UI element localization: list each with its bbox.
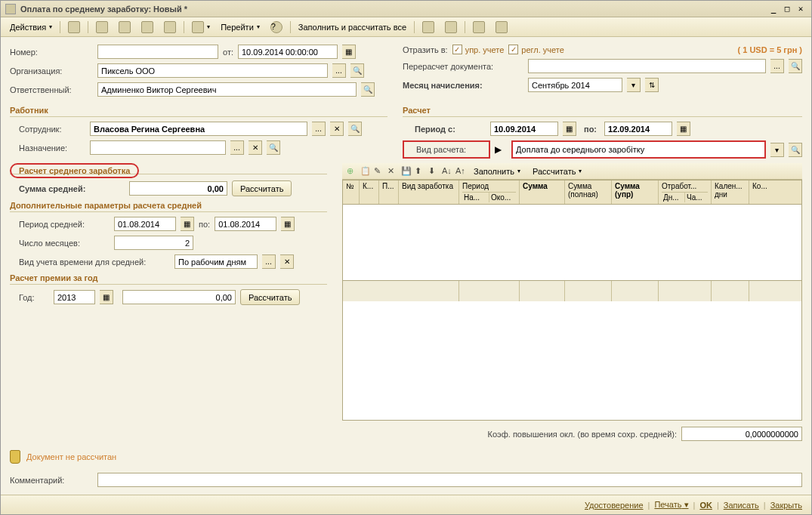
recalc-input[interactable]: [528, 59, 766, 73]
toolbar-icon-10[interactable]: [491, 20, 512, 35]
org-input[interactable]: [97, 63, 328, 78]
avg-time-type-select[interactable]: ...: [262, 254, 276, 269]
certificate-link[interactable]: Удостоверение: [585, 501, 644, 510]
col-cal[interactable]: Кален... дни: [712, 180, 749, 204]
fill-calc-all-button[interactable]: Заполнить и рассчитать все: [294, 21, 411, 33]
warning-text: Документ не рассчитан: [26, 452, 116, 461]
toolbar-icon-2[interactable]: [91, 20, 113, 35]
toolbar-icon-1[interactable]: [63, 20, 85, 35]
worker-section-title: Работник: [10, 106, 387, 117]
minimize-button[interactable]: _: [767, 4, 780, 14]
assignment-select-button[interactable]: ...: [230, 140, 244, 155]
date-picker-button[interactable]: ▦: [342, 45, 356, 59]
bonus-calc-button[interactable]: Рассчитать: [240, 289, 300, 305]
employee-select-button[interactable]: ...: [312, 122, 326, 136]
help-button[interactable]: ?: [266, 20, 287, 35]
calc-type-search[interactable]: 🔍: [789, 143, 802, 157]
grid-fill-button[interactable]: Заполнить: [469, 165, 525, 177]
period-to-input[interactable]: [604, 122, 672, 136]
save-row-icon[interactable]: 💾: [401, 166, 412, 177]
edit-icon[interactable]: ✎: [374, 166, 384, 177]
coef-input[interactable]: [681, 427, 802, 441]
copy-row-icon[interactable]: 📋: [360, 166, 371, 177]
from-date-input[interactable]: [238, 45, 338, 59]
month-spinner-button[interactable]: ⇅: [645, 78, 659, 92]
grid-body[interactable]: [343, 205, 801, 280]
period-from-picker[interactable]: ▦: [563, 122, 576, 136]
recalc-select-button[interactable]: ...: [770, 59, 784, 73]
avg-period-from-picker[interactable]: ▦: [181, 217, 194, 231]
bonus-year-picker[interactable]: ▦: [100, 290, 113, 304]
org-search-button[interactable]: 🔍: [350, 63, 364, 78]
toolbar-icon-3[interactable]: [114, 20, 135, 35]
toolbar-icon-5[interactable]: [159, 20, 181, 35]
calc-type-input[interactable]: [513, 142, 764, 157]
sort-desc-icon[interactable]: A↑: [455, 166, 466, 177]
avg-period-from-input[interactable]: [114, 217, 176, 231]
report-icon: [496, 21, 508, 33]
number-input[interactable]: [97, 45, 218, 59]
copy-icon: [141, 21, 153, 33]
up-icon[interactable]: ⬆: [415, 166, 425, 177]
month-dropdown-button[interactable]: ▾: [627, 78, 641, 92]
bonus-year-label: Год:: [19, 293, 49, 302]
close-button[interactable]: ✕: [795, 4, 807, 14]
avg-calc-button[interactable]: Рассчитать: [232, 180, 292, 196]
upr-checkbox[interactable]: ✓упр. учете: [452, 45, 505, 54]
avg-months-input[interactable]: [114, 236, 193, 250]
col-sum-full[interactable]: Сумма (полная): [565, 180, 612, 204]
sort-asc-icon[interactable]: A↓: [442, 166, 452, 177]
close-link[interactable]: Закрыть: [770, 501, 802, 510]
down-icon[interactable]: ⬇: [428, 166, 439, 177]
regl-checkbox[interactable]: ✓регл. учете: [508, 45, 564, 54]
col-k[interactable]: К...: [360, 180, 379, 204]
employee-input[interactable]: [90, 122, 307, 136]
maximize-button[interactable]: □: [781, 4, 793, 14]
org-select-button[interactable]: ...: [332, 63, 346, 78]
col-n[interactable]: №: [343, 180, 360, 204]
month-input[interactable]: [528, 78, 622, 92]
goto-menu[interactable]: Перейти: [216, 21, 264, 33]
avg-sum-input[interactable]: [129, 181, 227, 196]
bonus-sum-input[interactable]: [122, 290, 236, 304]
col-p[interactable]: П...: [379, 180, 399, 204]
save-button[interactable]: Записать: [724, 501, 759, 510]
avg-time-type-clear[interactable]: ✕: [280, 254, 294, 269]
avg-period-to-picker[interactable]: ▦: [281, 217, 295, 231]
col-worked[interactable]: Отработ... Дн...Ча...: [659, 180, 712, 204]
avg-sum-label: Сумма средней:: [19, 184, 125, 193]
bonus-year-input[interactable]: [54, 290, 95, 304]
assignment-search-button[interactable]: 🔍: [267, 140, 280, 155]
col-ko[interactable]: Ко...: [749, 180, 801, 204]
avg-period-to-input[interactable]: [215, 217, 276, 231]
resp-input[interactable]: [97, 82, 357, 97]
toolbar-icon-9[interactable]: [468, 20, 489, 35]
comment-input[interactable]: [97, 473, 802, 487]
add-icon[interactable]: ⊕: [347, 166, 357, 177]
delete-icon[interactable]: ✕: [387, 166, 398, 177]
toolbar-icon-8[interactable]: [440, 20, 462, 35]
period-to-picker[interactable]: ▦: [677, 122, 690, 136]
toolbar-icon-7[interactable]: [418, 20, 439, 35]
upr-checkbox-label: упр. учете: [465, 45, 505, 54]
assignment-input[interactable]: [90, 140, 226, 155]
employee-clear-button[interactable]: ✕: [330, 122, 344, 136]
ok-button[interactable]: OK: [699, 501, 712, 510]
actions-menu[interactable]: Действия: [5, 21, 57, 33]
print-link[interactable]: Печать ▾: [654, 500, 688, 510]
main-toolbar: Действия Перейти ? Заполнить и рассчитат…: [1, 17, 811, 37]
col-period[interactable]: Период На...Око...: [459, 180, 520, 204]
toolbar-icon-4[interactable]: [137, 20, 158, 35]
resp-search-button[interactable]: 🔍: [361, 82, 375, 97]
col-vid[interactable]: Вид заработка: [399, 180, 459, 204]
assignment-clear-button[interactable]: ✕: [249, 140, 262, 155]
col-sum-upr[interactable]: Сумма (упр): [612, 180, 659, 204]
col-sum[interactable]: Сумма: [520, 180, 565, 204]
calc-type-dropdown[interactable]: ▾: [770, 143, 784, 157]
avg-time-type-input[interactable]: [174, 254, 258, 269]
period-from-input[interactable]: [490, 122, 558, 136]
recalc-search-button[interactable]: 🔍: [789, 59, 802, 73]
employee-search-button[interactable]: 🔍: [348, 122, 362, 136]
toolbar-icon-6[interactable]: [187, 20, 215, 35]
grid-calc-button[interactable]: Рассчитать: [528, 165, 586, 177]
